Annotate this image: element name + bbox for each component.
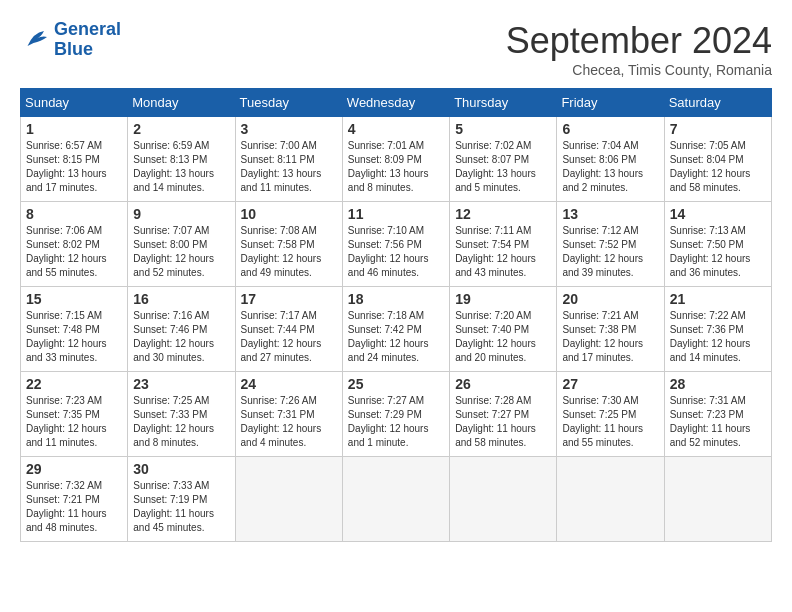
- table-row: 22Sunrise: 7:23 AM Sunset: 7:35 PM Dayli…: [21, 372, 128, 457]
- table-row: 10Sunrise: 7:08 AM Sunset: 7:58 PM Dayli…: [235, 202, 342, 287]
- day-number: 24: [241, 376, 337, 392]
- day-number: 3: [241, 121, 337, 137]
- day-number: 9: [133, 206, 229, 222]
- table-row: 2Sunrise: 6:59 AM Sunset: 8:13 PM Daylig…: [128, 117, 235, 202]
- table-row: 24Sunrise: 7:26 AM Sunset: 7:31 PM Dayli…: [235, 372, 342, 457]
- table-row: 9Sunrise: 7:07 AM Sunset: 8:00 PM Daylig…: [128, 202, 235, 287]
- day-info: Sunrise: 7:20 AM Sunset: 7:40 PM Dayligh…: [455, 309, 551, 365]
- day-info: Sunrise: 7:01 AM Sunset: 8:09 PM Dayligh…: [348, 139, 444, 195]
- header-wednesday: Wednesday: [342, 89, 449, 117]
- page-header: General Blue September 2024 Checea, Timi…: [20, 20, 772, 78]
- header-saturday: Saturday: [664, 89, 771, 117]
- day-info: Sunrise: 7:28 AM Sunset: 7:27 PM Dayligh…: [455, 394, 551, 450]
- table-row: 1Sunrise: 6:57 AM Sunset: 8:15 PM Daylig…: [21, 117, 128, 202]
- day-info: Sunrise: 7:11 AM Sunset: 7:54 PM Dayligh…: [455, 224, 551, 280]
- day-number: 18: [348, 291, 444, 307]
- day-info: Sunrise: 7:12 AM Sunset: 7:52 PM Dayligh…: [562, 224, 658, 280]
- calendar-week-row: 8Sunrise: 7:06 AM Sunset: 8:02 PM Daylig…: [21, 202, 772, 287]
- day-number: 2: [133, 121, 229, 137]
- day-number: 10: [241, 206, 337, 222]
- logo-line1: General: [54, 19, 121, 39]
- table-row: 18Sunrise: 7:18 AM Sunset: 7:42 PM Dayli…: [342, 287, 449, 372]
- day-info: Sunrise: 7:32 AM Sunset: 7:21 PM Dayligh…: [26, 479, 122, 535]
- header-thursday: Thursday: [450, 89, 557, 117]
- day-info: Sunrise: 7:02 AM Sunset: 8:07 PM Dayligh…: [455, 139, 551, 195]
- day-number: 11: [348, 206, 444, 222]
- day-info: Sunrise: 7:18 AM Sunset: 7:42 PM Dayligh…: [348, 309, 444, 365]
- day-number: 5: [455, 121, 551, 137]
- day-info: Sunrise: 7:07 AM Sunset: 8:00 PM Dayligh…: [133, 224, 229, 280]
- logo-icon: [20, 25, 50, 55]
- day-number: 22: [26, 376, 122, 392]
- day-number: 1: [26, 121, 122, 137]
- table-row: 25Sunrise: 7:27 AM Sunset: 7:29 PM Dayli…: [342, 372, 449, 457]
- table-row: [557, 457, 664, 542]
- table-row: [664, 457, 771, 542]
- day-number: 17: [241, 291, 337, 307]
- table-row: 15Sunrise: 7:15 AM Sunset: 7:48 PM Dayli…: [21, 287, 128, 372]
- table-row: 12Sunrise: 7:11 AM Sunset: 7:54 PM Dayli…: [450, 202, 557, 287]
- day-info: Sunrise: 7:16 AM Sunset: 7:46 PM Dayligh…: [133, 309, 229, 365]
- table-row: 19Sunrise: 7:20 AM Sunset: 7:40 PM Dayli…: [450, 287, 557, 372]
- table-row: 6Sunrise: 7:04 AM Sunset: 8:06 PM Daylig…: [557, 117, 664, 202]
- day-info: Sunrise: 7:26 AM Sunset: 7:31 PM Dayligh…: [241, 394, 337, 450]
- day-number: 4: [348, 121, 444, 137]
- day-number: 14: [670, 206, 766, 222]
- calendar-week-row: 15Sunrise: 7:15 AM Sunset: 7:48 PM Dayli…: [21, 287, 772, 372]
- title-block: September 2024 Checea, Timis County, Rom…: [506, 20, 772, 78]
- day-info: Sunrise: 7:21 AM Sunset: 7:38 PM Dayligh…: [562, 309, 658, 365]
- table-row: 13Sunrise: 7:12 AM Sunset: 7:52 PM Dayli…: [557, 202, 664, 287]
- day-info: Sunrise: 7:06 AM Sunset: 8:02 PM Dayligh…: [26, 224, 122, 280]
- table-row: 7Sunrise: 7:05 AM Sunset: 8:04 PM Daylig…: [664, 117, 771, 202]
- day-number: 26: [455, 376, 551, 392]
- table-row: 4Sunrise: 7:01 AM Sunset: 8:09 PM Daylig…: [342, 117, 449, 202]
- table-row: 8Sunrise: 7:06 AM Sunset: 8:02 PM Daylig…: [21, 202, 128, 287]
- calendar-table: Sunday Monday Tuesday Wednesday Thursday…: [20, 88, 772, 542]
- day-info: Sunrise: 7:04 AM Sunset: 8:06 PM Dayligh…: [562, 139, 658, 195]
- calendar-week-row: 22Sunrise: 7:23 AM Sunset: 7:35 PM Dayli…: [21, 372, 772, 457]
- day-number: 21: [670, 291, 766, 307]
- header-friday: Friday: [557, 89, 664, 117]
- table-row: 30Sunrise: 7:33 AM Sunset: 7:19 PM Dayli…: [128, 457, 235, 542]
- header-tuesday: Tuesday: [235, 89, 342, 117]
- month-title: September 2024: [506, 20, 772, 62]
- calendar-week-row: 1Sunrise: 6:57 AM Sunset: 8:15 PM Daylig…: [21, 117, 772, 202]
- day-info: Sunrise: 7:33 AM Sunset: 7:19 PM Dayligh…: [133, 479, 229, 535]
- table-row: 16Sunrise: 7:16 AM Sunset: 7:46 PM Dayli…: [128, 287, 235, 372]
- logo-line2: Blue: [54, 39, 93, 59]
- day-number: 8: [26, 206, 122, 222]
- day-number: 16: [133, 291, 229, 307]
- table-row: 21Sunrise: 7:22 AM Sunset: 7:36 PM Dayli…: [664, 287, 771, 372]
- day-info: Sunrise: 7:25 AM Sunset: 7:33 PM Dayligh…: [133, 394, 229, 450]
- table-row: 3Sunrise: 7:00 AM Sunset: 8:11 PM Daylig…: [235, 117, 342, 202]
- day-info: Sunrise: 7:30 AM Sunset: 7:25 PM Dayligh…: [562, 394, 658, 450]
- location: Checea, Timis County, Romania: [506, 62, 772, 78]
- day-number: 30: [133, 461, 229, 477]
- table-row: [235, 457, 342, 542]
- table-row: 20Sunrise: 7:21 AM Sunset: 7:38 PM Dayli…: [557, 287, 664, 372]
- table-row: 17Sunrise: 7:17 AM Sunset: 7:44 PM Dayli…: [235, 287, 342, 372]
- day-info: Sunrise: 7:05 AM Sunset: 8:04 PM Dayligh…: [670, 139, 766, 195]
- day-info: Sunrise: 6:59 AM Sunset: 8:13 PM Dayligh…: [133, 139, 229, 195]
- table-row: [450, 457, 557, 542]
- table-row: 26Sunrise: 7:28 AM Sunset: 7:27 PM Dayli…: [450, 372, 557, 457]
- logo-text: General Blue: [54, 20, 121, 60]
- table-row: 23Sunrise: 7:25 AM Sunset: 7:33 PM Dayli…: [128, 372, 235, 457]
- day-number: 23: [133, 376, 229, 392]
- day-number: 12: [455, 206, 551, 222]
- day-info: Sunrise: 7:22 AM Sunset: 7:36 PM Dayligh…: [670, 309, 766, 365]
- header-monday: Monday: [128, 89, 235, 117]
- logo: General Blue: [20, 20, 121, 60]
- day-info: Sunrise: 7:00 AM Sunset: 8:11 PM Dayligh…: [241, 139, 337, 195]
- day-number: 19: [455, 291, 551, 307]
- table-row: 5Sunrise: 7:02 AM Sunset: 8:07 PM Daylig…: [450, 117, 557, 202]
- day-number: 27: [562, 376, 658, 392]
- day-number: 25: [348, 376, 444, 392]
- day-info: Sunrise: 7:17 AM Sunset: 7:44 PM Dayligh…: [241, 309, 337, 365]
- day-number: 28: [670, 376, 766, 392]
- day-info: Sunrise: 7:10 AM Sunset: 7:56 PM Dayligh…: [348, 224, 444, 280]
- day-info: Sunrise: 7:31 AM Sunset: 7:23 PM Dayligh…: [670, 394, 766, 450]
- table-row: 27Sunrise: 7:30 AM Sunset: 7:25 PM Dayli…: [557, 372, 664, 457]
- calendar-week-row: 29Sunrise: 7:32 AM Sunset: 7:21 PM Dayli…: [21, 457, 772, 542]
- day-number: 13: [562, 206, 658, 222]
